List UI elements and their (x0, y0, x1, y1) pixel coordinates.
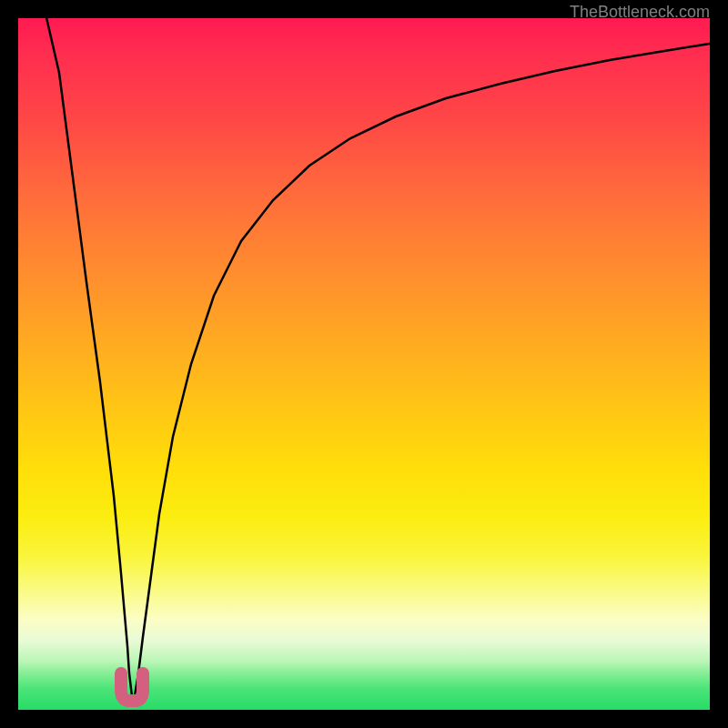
bottleneck-curve-right (135, 44, 710, 696)
bottleneck-curve-left (46, 18, 132, 696)
chart-svg (18, 18, 710, 710)
watermark-text: TheBottleneck.com (570, 3, 710, 22)
chart-plot-area (18, 18, 710, 710)
